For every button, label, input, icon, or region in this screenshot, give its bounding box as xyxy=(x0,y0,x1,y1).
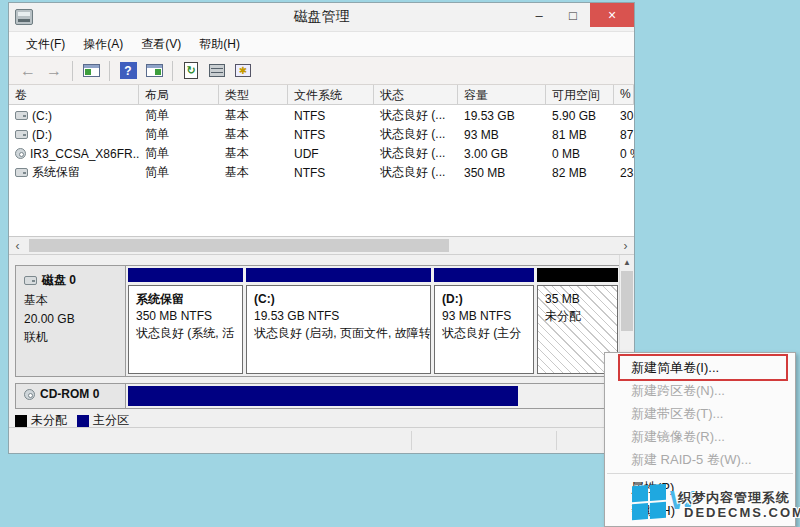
col-volume[interactable]: 卷 xyxy=(9,85,139,104)
cd-icon xyxy=(24,389,35,400)
menu-separator xyxy=(607,473,793,474)
refresh-icon[interactable]: ↻ xyxy=(180,60,202,82)
statusbar-divider xyxy=(411,431,412,450)
horizontal-scrollbar[interactable]: ‹ › xyxy=(9,237,634,255)
windows-flag-icon xyxy=(632,484,666,520)
help-icon[interactable]: ? xyxy=(117,60,139,82)
drive-icon xyxy=(15,111,28,120)
menu-item-new-spanned-volume[interactable]: 新建跨区卷(N)... xyxy=(605,379,795,402)
properties-icon[interactable] xyxy=(206,60,228,82)
volume-table-header: 卷 布局 类型 文件系统 状态 容量 可用空间 % xyxy=(9,85,634,105)
col-layout[interactable]: 布局 xyxy=(139,85,219,104)
show-action-pane-icon[interactable] xyxy=(143,60,165,82)
manage-icon[interactable]: ✱ xyxy=(232,60,254,82)
scroll-left-icon[interactable]: ‹ xyxy=(9,237,26,254)
legend-unallocated: 未分配 xyxy=(15,412,67,427)
cdrom-media-bar[interactable] xyxy=(128,386,518,406)
graphical-view: 磁盘 0 基本 20.00 GB 联机 系统保留 350 MB NTFS 状态良… xyxy=(9,255,634,427)
partition-legend: 未分配 主分区 xyxy=(15,412,129,427)
watermark-line2: DEDECMS.COM xyxy=(684,505,800,520)
watermark: W 织梦内容管理系统 DEDECMS.COM xyxy=(626,483,800,527)
primary-partition-swatch xyxy=(77,415,89,427)
statusbar-divider xyxy=(556,431,557,450)
unallocated-swatch xyxy=(15,415,27,427)
table-row[interactable]: 系统保留 简单 基本 NTFS 状态良好 (... 350 MB 82 MB 2… xyxy=(9,162,634,181)
menu-action[interactable]: 操作(A) xyxy=(74,32,132,57)
toolbar-separator xyxy=(72,61,73,81)
cdrom-label-panel[interactable]: CD-ROM 0 xyxy=(16,384,126,408)
forward-arrow-icon[interactable]: → xyxy=(43,60,65,82)
menu-item-new-mirrored-volume[interactable]: 新建镜像卷(R)... xyxy=(605,425,795,448)
partition-system-reserved[interactable]: 系统保留 350 MB NTFS 状态良好 (系统, 活 xyxy=(128,268,243,374)
disk-icon xyxy=(24,276,37,285)
disk0-partitions: 系统保留 350 MB NTFS 状态良好 (系统, 活 (C:) 19.53 … xyxy=(126,266,620,376)
col-free-space[interactable]: 可用空间 xyxy=(546,85,614,104)
primary-partition-strip xyxy=(128,268,243,282)
col-percent[interactable]: % xyxy=(614,85,634,104)
toolbar-separator xyxy=(109,61,110,81)
disk0-type: 基本 xyxy=(24,292,125,309)
scrollbar-thumb[interactable] xyxy=(621,271,633,331)
back-arrow-icon[interactable]: ← xyxy=(17,60,39,82)
volume-list: 卷 布局 类型 文件系统 状态 容量 可用空间 % (C:) 简单 基本 NTF… xyxy=(9,85,634,237)
disk0-status: 联机 xyxy=(24,329,125,346)
partition-c[interactable]: (C:) 19.53 GB NTFS 状态良好 (启动, 页面文件, 故障转储 xyxy=(246,268,431,374)
unallocated-strip xyxy=(537,268,618,282)
menu-item-new-simple-volume[interactable]: 新建简单卷(I)... xyxy=(605,356,795,379)
table-row[interactable]: (D:) 简单 基本 NTFS 状态良好 (... 93 MB 81 MB 87… xyxy=(9,124,634,143)
show-console-tree-icon[interactable] xyxy=(80,60,102,82)
scrollbar-thumb[interactable] xyxy=(29,239,449,252)
close-button[interactable]: × xyxy=(590,3,634,27)
cd-icon xyxy=(15,148,26,159)
toolbar-separator xyxy=(172,61,173,81)
disk0-size: 20.00 GB xyxy=(24,312,125,326)
primary-partition-strip xyxy=(246,268,431,282)
scroll-right-icon[interactable]: › xyxy=(617,237,634,254)
col-status[interactable]: 状态 xyxy=(374,85,458,104)
disk0-row: 磁盘 0 基本 20.00 GB 联机 系统保留 350 MB NTFS 状态良… xyxy=(15,265,621,377)
menu-item-new-striped-volume[interactable]: 新建带区卷(T)... xyxy=(605,402,795,425)
title-bar: 磁盘管理 – □ × xyxy=(9,3,634,31)
maximize-button[interactable]: □ xyxy=(556,3,590,27)
col-filesystem[interactable]: 文件系统 xyxy=(288,85,374,104)
menu-item-new-raid5-volume[interactable]: 新建 RAID-5 卷(W)... xyxy=(605,448,795,471)
disk-management-window: 磁盘管理 – □ × 文件(F) 操作(A) 查看(V) 帮助(H) ← → ?… xyxy=(8,2,635,454)
drive-icon xyxy=(15,168,28,177)
menu-bar: 文件(F) 操作(A) 查看(V) 帮助(H) xyxy=(9,31,634,57)
menu-help[interactable]: 帮助(H) xyxy=(190,32,249,57)
partition-d[interactable]: (D:) 93 MB NTFS 状态良好 (主分 xyxy=(434,268,534,374)
scroll-up-icon[interactable]: ▲ xyxy=(620,255,634,270)
toolbar: ← → ? ↻ ✱ xyxy=(9,57,634,85)
menu-file[interactable]: 文件(F) xyxy=(17,32,74,57)
table-row[interactable]: IR3_CCSA_X86FR... 简单 基本 UDF 状态良好 (... 3.… xyxy=(9,143,634,162)
drive-icon xyxy=(15,130,28,139)
cdrom-row: CD-ROM 0 xyxy=(15,383,621,409)
table-row[interactable]: (C:) 简单 基本 NTFS 状态良好 (... 19.53 GB 5.90 … xyxy=(9,105,634,124)
col-type[interactable]: 类型 xyxy=(219,85,288,104)
status-bar xyxy=(9,427,634,453)
minimize-button[interactable]: – xyxy=(522,3,556,27)
col-capacity[interactable]: 容量 xyxy=(458,85,546,104)
legend-primary-partition: 主分区 xyxy=(77,412,129,427)
window-controls: – □ × xyxy=(522,3,634,27)
primary-partition-strip xyxy=(434,268,534,282)
menu-view[interactable]: 查看(V) xyxy=(132,32,190,57)
disk0-label-panel[interactable]: 磁盘 0 基本 20.00 GB 联机 xyxy=(16,266,126,376)
